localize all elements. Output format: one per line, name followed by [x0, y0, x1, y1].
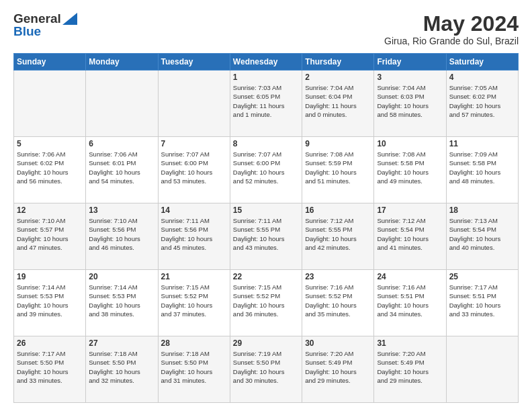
- day-number: 7: [161, 139, 227, 148]
- day-number: 19: [17, 272, 83, 281]
- day-info: Sunrise: 7:20 AM Sunset: 5:49 PM Dayligh…: [377, 349, 443, 385]
- header-day-monday: Monday: [86, 54, 158, 71]
- header-day-thursday: Thursday: [302, 54, 374, 71]
- day-info: Sunrise: 7:08 AM Sunset: 5:59 PM Dayligh…: [305, 150, 371, 185]
- day-number: 3: [377, 73, 443, 82]
- logo-blue-text: Blue: [13, 24, 41, 38]
- day-info: Sunrise: 7:13 AM Sunset: 5:54 PM Dayligh…: [449, 216, 515, 252]
- day-cell: [86, 71, 158, 137]
- day-number: 9: [305, 139, 371, 148]
- day-info: Sunrise: 7:12 AM Sunset: 5:55 PM Dayligh…: [305, 216, 371, 252]
- header-day-tuesday: Tuesday: [158, 54, 230, 71]
- day-cell: 31Sunrise: 7:20 AM Sunset: 5:49 PM Dayli…: [374, 336, 446, 403]
- day-cell: 22Sunrise: 7:15 AM Sunset: 5:52 PM Dayli…: [230, 270, 302, 336]
- day-info: Sunrise: 7:04 AM Sunset: 6:04 PM Dayligh…: [305, 83, 371, 119]
- day-number: 30: [305, 338, 371, 348]
- day-number: 27: [89, 338, 154, 348]
- day-info: Sunrise: 7:04 AM Sunset: 6:03 PM Dayligh…: [377, 83, 443, 119]
- calendar-body: 1Sunrise: 7:03 AM Sunset: 6:05 PM Daylig…: [14, 71, 519, 403]
- calendar-header: SundayMondayTuesdayWednesdayThursdayFrid…: [14, 54, 519, 71]
- day-info: Sunrise: 7:09 AM Sunset: 5:58 PM Dayligh…: [449, 150, 515, 185]
- day-cell: 24Sunrise: 7:16 AM Sunset: 5:51 PM Dayli…: [374, 270, 446, 336]
- header-day-wednesday: Wednesday: [230, 54, 302, 71]
- day-info: Sunrise: 7:17 AM Sunset: 5:51 PM Dayligh…: [449, 283, 515, 318]
- day-number: 31: [377, 338, 443, 348]
- day-number: 12: [17, 205, 83, 215]
- week-row-2: 12Sunrise: 7:10 AM Sunset: 5:57 PM Dayli…: [14, 203, 519, 270]
- day-info: Sunrise: 7:18 AM Sunset: 5:50 PM Dayligh…: [161, 349, 227, 385]
- page: General Blue May 2024 Girua, Rio Grande …: [0, 0, 532, 411]
- day-cell: 17Sunrise: 7:12 AM Sunset: 5:54 PM Dayli…: [374, 203, 446, 270]
- day-cell: 30Sunrise: 7:20 AM Sunset: 5:49 PM Dayli…: [302, 336, 374, 403]
- day-info: Sunrise: 7:08 AM Sunset: 5:58 PM Dayligh…: [377, 150, 443, 185]
- day-number: 15: [233, 205, 299, 215]
- day-cell: 19Sunrise: 7:14 AM Sunset: 5:53 PM Dayli…: [14, 270, 86, 336]
- day-cell: 10Sunrise: 7:08 AM Sunset: 5:58 PM Dayli…: [374, 137, 446, 203]
- day-number: 14: [161, 205, 227, 215]
- day-cell: 15Sunrise: 7:11 AM Sunset: 5:55 PM Dayli…: [230, 203, 302, 270]
- day-number: 10: [377, 139, 443, 148]
- day-info: Sunrise: 7:18 AM Sunset: 5:50 PM Dayligh…: [89, 349, 154, 385]
- header: General Blue May 2024 Girua, Rio Grande …: [13, 12, 519, 46]
- day-cell: 27Sunrise: 7:18 AM Sunset: 5:50 PM Dayli…: [86, 336, 158, 403]
- day-cell: 8Sunrise: 7:07 AM Sunset: 6:00 PM Daylig…: [230, 137, 302, 203]
- day-cell: 25Sunrise: 7:17 AM Sunset: 5:51 PM Dayli…: [446, 270, 518, 336]
- day-number: 24: [377, 272, 443, 281]
- day-number: 2: [305, 73, 371, 82]
- day-cell: 13Sunrise: 7:10 AM Sunset: 5:56 PM Dayli…: [86, 203, 158, 270]
- day-number: 13: [89, 205, 154, 215]
- day-cell: 12Sunrise: 7:10 AM Sunset: 5:57 PM Dayli…: [14, 203, 86, 270]
- week-row-0: 1Sunrise: 7:03 AM Sunset: 6:05 PM Daylig…: [14, 71, 519, 137]
- day-info: Sunrise: 7:20 AM Sunset: 5:49 PM Dayligh…: [305, 349, 371, 385]
- month-year: May 2024: [384, 12, 519, 36]
- day-cell: [158, 71, 230, 137]
- day-info: Sunrise: 7:10 AM Sunset: 5:56 PM Dayligh…: [89, 216, 154, 252]
- calendar-table: SundayMondayTuesdayWednesdayThursdayFrid…: [13, 53, 519, 403]
- day-cell: 5Sunrise: 7:06 AM Sunset: 6:02 PM Daylig…: [14, 137, 86, 203]
- day-number: 26: [17, 338, 83, 348]
- day-cell: [14, 71, 86, 137]
- day-cell: 9Sunrise: 7:08 AM Sunset: 5:59 PM Daylig…: [302, 137, 374, 203]
- day-cell: 28Sunrise: 7:18 AM Sunset: 5:50 PM Dayli…: [158, 336, 230, 403]
- day-cell: 3Sunrise: 7:04 AM Sunset: 6:03 PM Daylig…: [374, 71, 446, 137]
- day-number: 4: [449, 73, 515, 82]
- header-day-sunday: Sunday: [14, 54, 86, 71]
- day-info: Sunrise: 7:15 AM Sunset: 5:52 PM Dayligh…: [233, 283, 299, 318]
- day-cell: 16Sunrise: 7:12 AM Sunset: 5:55 PM Dayli…: [302, 203, 374, 270]
- day-number: 16: [305, 205, 371, 215]
- day-number: 28: [161, 338, 227, 348]
- day-info: Sunrise: 7:06 AM Sunset: 6:02 PM Dayligh…: [17, 150, 83, 185]
- day-info: Sunrise: 7:07 AM Sunset: 6:00 PM Dayligh…: [233, 150, 299, 185]
- day-info: Sunrise: 7:10 AM Sunset: 5:57 PM Dayligh…: [17, 216, 83, 252]
- day-number: 25: [449, 272, 515, 281]
- day-cell: 4Sunrise: 7:05 AM Sunset: 6:02 PM Daylig…: [446, 71, 518, 137]
- day-info: Sunrise: 7:16 AM Sunset: 5:52 PM Dayligh…: [305, 283, 371, 318]
- logo: General Blue: [13, 12, 77, 38]
- header-day-saturday: Saturday: [446, 54, 518, 71]
- day-cell: 14Sunrise: 7:11 AM Sunset: 5:56 PM Dayli…: [158, 203, 230, 270]
- day-number: 8: [233, 139, 299, 148]
- header-day-friday: Friday: [374, 54, 446, 71]
- day-cell: 18Sunrise: 7:13 AM Sunset: 5:54 PM Dayli…: [446, 203, 518, 270]
- day-info: Sunrise: 7:06 AM Sunset: 6:01 PM Dayligh…: [89, 150, 154, 185]
- day-cell: 1Sunrise: 7:03 AM Sunset: 6:05 PM Daylig…: [230, 71, 302, 137]
- day-info: Sunrise: 7:14 AM Sunset: 5:53 PM Dayligh…: [17, 283, 83, 318]
- day-info: Sunrise: 7:17 AM Sunset: 5:50 PM Dayligh…: [17, 349, 83, 385]
- day-cell: 20Sunrise: 7:14 AM Sunset: 5:53 PM Dayli…: [86, 270, 158, 336]
- day-number: 18: [449, 205, 515, 215]
- day-number: 21: [161, 272, 227, 281]
- day-number: 29: [233, 338, 299, 348]
- day-cell: 6Sunrise: 7:06 AM Sunset: 6:01 PM Daylig…: [86, 137, 158, 203]
- day-info: Sunrise: 7:16 AM Sunset: 5:51 PM Dayligh…: [377, 283, 443, 318]
- week-row-4: 26Sunrise: 7:17 AM Sunset: 5:50 PM Dayli…: [14, 336, 519, 403]
- day-cell: 29Sunrise: 7:19 AM Sunset: 5:50 PM Dayli…: [230, 336, 302, 403]
- day-number: 23: [305, 272, 371, 281]
- day-info: Sunrise: 7:12 AM Sunset: 5:54 PM Dayligh…: [377, 216, 443, 252]
- day-info: Sunrise: 7:15 AM Sunset: 5:52 PM Dayligh…: [161, 283, 227, 318]
- location: Girua, Rio Grande do Sul, Brazil: [384, 36, 519, 46]
- day-cell: 7Sunrise: 7:07 AM Sunset: 6:00 PM Daylig…: [158, 137, 230, 203]
- day-info: Sunrise: 7:19 AM Sunset: 5:50 PM Dayligh…: [233, 349, 299, 385]
- day-number: 11: [449, 139, 515, 148]
- logo-general-text: General: [13, 11, 61, 26]
- day-cell: 2Sunrise: 7:04 AM Sunset: 6:04 PM Daylig…: [302, 71, 374, 137]
